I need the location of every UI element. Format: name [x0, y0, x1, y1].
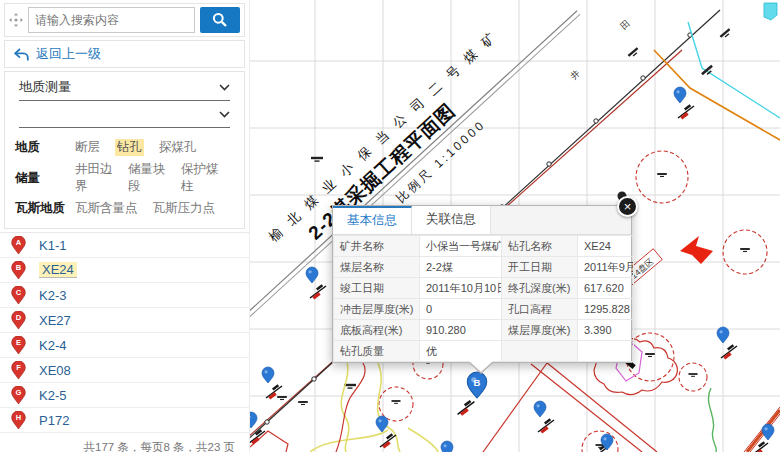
field-value: 1295.828 [578, 299, 634, 320]
search-input[interactable] [28, 7, 195, 33]
svg-text:C: C [16, 288, 22, 297]
field-label: 冲击层厚度(米) [334, 299, 420, 320]
green-stream [708, 388, 716, 452]
layer-select-value: 地质测量 [19, 78, 71, 96]
result-row-k1-1[interactable]: A K1-1 [0, 233, 249, 258]
table-row: 底板高程(米) 910.280 煤层厚度(米) 3.390 [334, 320, 634, 341]
filter-item-protective-pillar[interactable]: 保护煤柱 [181, 161, 219, 195]
field-value: 2011年9月24日 [578, 257, 634, 278]
result-row-k2-5[interactable]: G K2-5 [0, 383, 249, 408]
result-count: 共177 条，每页8 条，共23 页 [0, 433, 249, 452]
field-value: 优 [420, 341, 502, 362]
filter-group-geology: 地质 断层 钻孔 探煤孔 [15, 139, 234, 156]
close-button[interactable]: × [617, 196, 638, 217]
info-popup: × 基本信息 关联信息 矿井名称 小保当一号煤矿 钻孔名称 XE24 煤层名称 … [332, 205, 632, 363]
back-link[interactable]: 返回上一级 [5, 41, 244, 67]
filter-item-gas-pressure-point[interactable]: 瓦斯压力点 [153, 200, 216, 217]
result-label: K1-1 [39, 238, 66, 253]
result-row-k2-3[interactable]: C K2-3 [0, 283, 249, 308]
table-row: 煤层名称 2-2煤 开工日期 2011年9月24日 [334, 257, 634, 278]
result-label: K2-4 [39, 338, 66, 353]
result-label: P172 [39, 413, 69, 428]
layer-select[interactable]: 地质测量 [19, 74, 230, 101]
filter-group-label: 储量 [15, 170, 75, 187]
search-button[interactable] [200, 7, 240, 33]
filter-group-label: 地质 [15, 139, 75, 156]
sublayer-select[interactable] [19, 101, 230, 128]
field-label: 煤层名称 [334, 257, 420, 278]
orange-boundary-line [654, 50, 780, 140]
selected-marker-letter: B [474, 377, 481, 388]
cyan-area [764, 3, 777, 20]
result-label: K2-5 [39, 388, 66, 403]
field-label: 矿井名称 [334, 236, 420, 257]
field-label: 煤层厚度(米) [502, 320, 578, 341]
svg-text:H: H [16, 413, 21, 422]
field-value: 0 [420, 299, 502, 320]
result-label: XE27 [39, 313, 71, 328]
filter-group-label: 瓦斯地质 [15, 200, 75, 217]
map-pin-icon: F [11, 361, 26, 380]
result-row-xe27[interactable]: D XE27 [0, 308, 249, 333]
table-row: 竣工日期 2011年10月10日 终孔深度(米) 617.620 [334, 278, 634, 299]
layer-controls: 地质测量 地质 断层 钻孔 探煤孔 储量 井田边界 储量块段 保护煤柱 [4, 71, 245, 229]
svg-text:D: D [16, 313, 22, 322]
svg-text:田: 田 [619, 18, 632, 31]
result-label: K2-3 [39, 288, 66, 303]
filter-group-reserves: 储量 井田边界 储量块段 保护煤柱 [15, 161, 234, 195]
cyan-pipeline [688, 22, 780, 118]
field-label: 钻孔名称 [502, 236, 578, 257]
field-value: 910.280 [420, 320, 502, 341]
result-row-xe24[interactable]: B XE24 [0, 258, 249, 283]
map-pin-icon: A [11, 236, 26, 255]
result-label-selected: XE24 [39, 262, 77, 278]
field-value [578, 341, 634, 362]
move-icon [9, 13, 23, 27]
filter-item-fault[interactable]: 断层 [75, 139, 100, 156]
field-label: 开工日期 [502, 257, 578, 278]
boundary-labels: 井 田 [569, 18, 632, 81]
filter-item-field-boundary[interactable]: 井田边界 [75, 161, 113, 195]
tab-related-info[interactable]: 关联信息 [412, 206, 491, 234]
field-label: 孔口高程 [502, 299, 578, 320]
map-pin-icon: G [11, 386, 26, 405]
filter-item-coal-exploration-hole[interactable]: 探煤孔 [159, 139, 197, 156]
map-pin-icon: H [11, 411, 26, 430]
svg-text:B: B [16, 263, 22, 272]
sidebar: 返回上一级 地质测量 地质 断层 钻孔 探煤孔 储量 [0, 0, 250, 452]
search-bar [5, 4, 244, 36]
svg-text:井: 井 [569, 68, 582, 81]
filter-groups: 地质 断层 钻孔 探煤孔 储量 井田边界 储量块段 保护煤柱 瓦斯地质 瓦斯含量… [15, 128, 234, 224]
chevron-down-icon [219, 111, 230, 118]
drillhole-info-table: 矿井名称 小保当一号煤矿 钻孔名称 XE24 煤层名称 2-2煤 开工日期 20… [333, 235, 634, 362]
back-label: 返回上一级 [36, 45, 101, 63]
filter-item-drillhole[interactable]: 钻孔 [115, 139, 144, 156]
red-arrow-marker [680, 236, 713, 264]
result-row-p172[interactable]: H P172 [0, 408, 249, 433]
map-pin-icon: C [11, 286, 26, 305]
field-label: 钻孔质量 [334, 341, 420, 362]
selected-marker[interactable]: B [458, 372, 487, 416]
table-row: 矿井名称 小保当一号煤矿 钻孔名称 XE24 [334, 236, 634, 257]
field-label: 竣工日期 [334, 278, 420, 299]
svg-text:E: E [16, 338, 21, 347]
filter-item-gas-content-point[interactable]: 瓦斯含量点 [75, 200, 138, 217]
filter-item-reserve-block[interactable]: 储量块段 [128, 161, 166, 195]
field-value: 小保当一号煤矿 [420, 236, 502, 257]
app-window: 返回上一级 地质测量 地质 断层 钻孔 探煤孔 储量 [0, 0, 780, 452]
field-value: 617.620 [578, 278, 634, 299]
svg-text:G: G [16, 388, 22, 397]
chevron-down-icon [219, 84, 230, 91]
result-row-xe08[interactable]: F XE08 [0, 358, 249, 383]
tab-basic-info[interactable]: 基本信息 [333, 206, 412, 234]
result-list: A K1-1 B XE24 C K2-3 D XE27 E K2-4 F XE0… [0, 232, 249, 433]
popup-callout-arrow [468, 362, 494, 374]
filter-group-gas-geology: 瓦斯地质 瓦斯含量点 瓦斯压力点 [15, 200, 234, 217]
table-row: 钻孔质量 优 [334, 341, 634, 362]
result-row-k2-4[interactable]: E K2-4 [0, 333, 249, 358]
back-arrow-icon [14, 48, 29, 61]
popup-tabs: 基本信息 关联信息 [333, 206, 631, 235]
field-value: 2011年10月10日 [420, 278, 502, 299]
field-value: XE24 [578, 236, 634, 257]
result-label: XE08 [39, 363, 71, 378]
